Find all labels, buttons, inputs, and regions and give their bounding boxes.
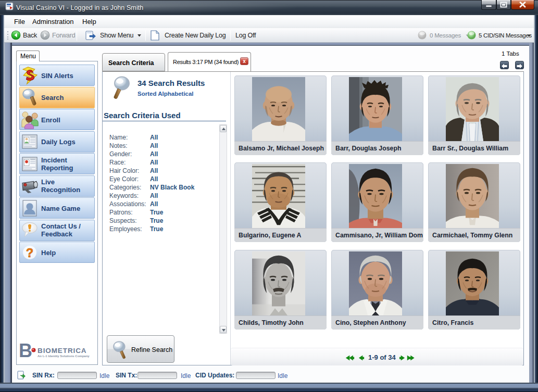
svg-text:An L-1 Identity Solutions Comp: An L-1 Identity Solutions Company bbox=[37, 355, 90, 358]
svg-text:B: B bbox=[19, 340, 32, 361]
svg-text:BIOMETRICA: BIOMETRICA bbox=[37, 347, 87, 355]
svg-text:?: ? bbox=[26, 245, 34, 259]
